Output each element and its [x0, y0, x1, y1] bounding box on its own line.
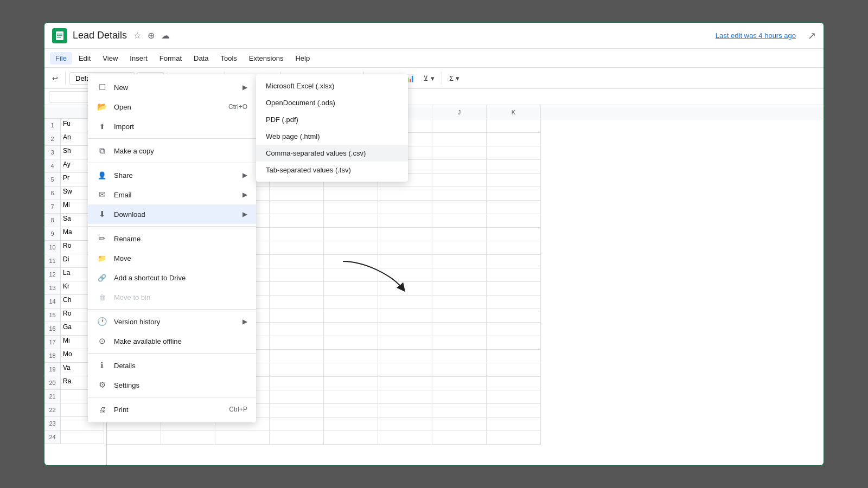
last-edit-text[interactable]: Last edit was 4 hours ago [716, 31, 796, 40]
grid-cell-F24[interactable] [215, 431, 270, 445]
grid-cell-G11[interactable] [270, 255, 324, 268]
menu-item-add-shortcut[interactable]: 🔗 Add a shortcut to Drive [88, 268, 256, 287]
grid-cell-G21[interactable] [270, 390, 324, 404]
filter-button[interactable]: ⊻ ▾ [420, 72, 438, 85]
grid-cell-H14[interactable] [324, 296, 378, 309]
grid-cell-K8[interactable] [487, 214, 541, 228]
grid-cell-I6[interactable] [378, 187, 432, 201]
grid-cell-I19[interactable] [378, 363, 432, 377]
row-number-22[interactable]: 22 [44, 403, 61, 417]
grid-cell-G9[interactable] [270, 228, 324, 241]
grid-cell-G14[interactable] [270, 296, 324, 309]
row-number-11[interactable]: 11 [44, 254, 61, 268]
row-number-14[interactable]: 14 [44, 295, 61, 309]
grid-cell-I16[interactable] [378, 323, 432, 336]
grid-cell-K10[interactable] [487, 241, 541, 255]
grid-cell-K19[interactable] [487, 363, 541, 377]
grid-cell-J12[interactable] [432, 268, 487, 282]
grid-cell-K5[interactable] [487, 174, 541, 187]
grid-cell-J6[interactable] [432, 187, 487, 201]
grid-cell-I13[interactable] [378, 282, 432, 296]
grid-cell-I10[interactable] [378, 241, 432, 255]
grid-cell-G15[interactable] [270, 309, 324, 323]
row-number-1[interactable]: 1 [44, 119, 61, 132]
grid-cell-G10[interactable] [270, 241, 324, 255]
grid-cell-I7[interactable] [378, 201, 432, 214]
download-ods[interactable]: OpenDocument (.ods) [256, 94, 408, 111]
grid-cell-J15[interactable] [432, 309, 487, 323]
grid-cell-J4[interactable] [432, 160, 487, 174]
grid-cell-K24[interactable] [487, 431, 541, 445]
grid-cell-I18[interactable] [378, 350, 432, 363]
menu-edit[interactable]: Edit [73, 52, 96, 65]
menu-item-import[interactable]: ⬆ Import [88, 117, 256, 136]
grid-cell-H15[interactable] [324, 309, 378, 323]
row-number-4[interactable]: 4 [44, 159, 61, 173]
grid-cell-K7[interactable] [487, 201, 541, 214]
grid-cell-J11[interactable] [432, 255, 487, 268]
col-header-K[interactable]: K [487, 105, 541, 119]
download-xlsx[interactable]: Microsoft Excel (.xlsx) [256, 78, 408, 94]
grid-cell-J8[interactable] [432, 214, 487, 228]
grid-cell-J3[interactable] [432, 146, 487, 160]
grid-cell-I20[interactable] [378, 377, 432, 390]
row-number-3[interactable]: 3 [44, 146, 61, 159]
grid-cell-G18[interactable] [270, 350, 324, 363]
grid-cell-J2[interactable] [432, 133, 487, 146]
grid-cell-K11[interactable] [487, 255, 541, 268]
menu-item-move[interactable]: 📁 Move [88, 248, 256, 268]
grid-cell-E24[interactable] [161, 431, 215, 445]
row-number-20[interactable]: 20 [44, 376, 61, 390]
menu-item-make-copy[interactable]: ⧉ Make a copy [88, 141, 256, 160]
grid-cell-H11[interactable] [324, 255, 378, 268]
grid-cell-H13[interactable] [324, 282, 378, 296]
download-tsv[interactable]: Tab-separated values (.tsv) [256, 162, 408, 178]
grid-cell-K16[interactable] [487, 323, 541, 336]
grid-cell-H9[interactable] [324, 228, 378, 241]
grid-cell-J18[interactable] [432, 350, 487, 363]
menu-item-share[interactable]: 👤 Share ▶ [88, 165, 256, 185]
grid-cell-K13[interactable] [487, 282, 541, 296]
grid-cell-H20[interactable] [324, 377, 378, 390]
grid-cell-H17[interactable] [324, 336, 378, 350]
grid-cell-I8[interactable] [378, 214, 432, 228]
row-number-7[interactable]: 7 [44, 200, 61, 214]
row-number-13[interactable]: 13 [44, 281, 61, 295]
grid-cell-K3[interactable] [487, 146, 541, 160]
grid-cell-H22[interactable] [324, 404, 378, 418]
menu-item-email[interactable]: ✉ Email ▶ [88, 185, 256, 204]
grid-cell-K22[interactable] [487, 404, 541, 418]
grid-cell-J5[interactable] [432, 174, 487, 187]
grid-cell-K17[interactable] [487, 336, 541, 350]
grid-cell-J23[interactable] [432, 418, 487, 431]
download-html[interactable]: Web page (.html) [256, 128, 408, 145]
grid-cell-H18[interactable] [324, 350, 378, 363]
grid-cell-H7[interactable] [324, 201, 378, 214]
grid-cell-J7[interactable] [432, 201, 487, 214]
grid-cell-I17[interactable] [378, 336, 432, 350]
menu-item-settings[interactable]: ⚙ Settings [88, 375, 256, 395]
grid-cell-H8[interactable] [324, 214, 378, 228]
menu-item-new[interactable]: ☐ New ▶ [88, 78, 256, 97]
folder-icon[interactable]: ⊕ [146, 29, 156, 42]
row-number-10[interactable]: 10 [44, 241, 61, 254]
row-number-15[interactable]: 15 [44, 309, 61, 322]
grid-cell-H23[interactable] [324, 418, 378, 431]
grid-cell-I11[interactable] [378, 255, 432, 268]
grid-cell-H6[interactable] [324, 187, 378, 201]
grid-cell-I12[interactable] [378, 268, 432, 282]
row-number-8[interactable]: 8 [44, 214, 61, 227]
grid-cell-G16[interactable] [270, 323, 324, 336]
row-number-9[interactable]: 9 [44, 227, 61, 241]
grid-cell-J17[interactable] [432, 336, 487, 350]
row-number-21[interactable]: 21 [44, 390, 61, 403]
grid-cell-H21[interactable] [324, 390, 378, 404]
menu-item-print[interactable]: 🖨 Print Ctrl+P [88, 400, 256, 419]
grid-cell-J21[interactable] [432, 390, 487, 404]
grid-cell-I14[interactable] [378, 296, 432, 309]
menu-format[interactable]: Format [154, 52, 187, 65]
grid-cell-I9[interactable] [378, 228, 432, 241]
row-number-18[interactable]: 18 [44, 349, 61, 363]
grid-cell-K6[interactable] [487, 187, 541, 201]
row-number-23[interactable]: 23 [44, 417, 61, 431]
